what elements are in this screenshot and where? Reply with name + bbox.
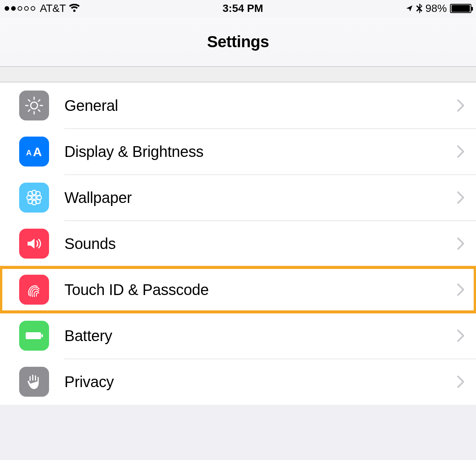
gear-icon (19, 91, 49, 120)
svg-text:A: A (26, 148, 31, 157)
battery-percent: 98% (425, 2, 447, 15)
speaker-icon (19, 229, 49, 259)
status-right: 98% (405, 2, 471, 15)
text-size-icon: AA (19, 137, 49, 167)
status-time: 3:54 PM (223, 2, 263, 15)
carrier-label: AT&T (40, 2, 66, 15)
section-spacer (0, 67, 476, 82)
settings-list: General AA Display & Brightness Wallpape… (0, 82, 476, 405)
svg-point-0 (31, 102, 38, 109)
chevron-right-icon (457, 145, 465, 158)
row-label: Battery (64, 327, 457, 345)
battery-icon (450, 4, 471, 13)
svg-text:A: A (33, 145, 42, 159)
status-bar: AT&T 3:54 PM 98% (0, 0, 476, 17)
row-label: Wallpaper (64, 189, 457, 206)
hand-icon (19, 367, 49, 397)
signal-strength-icon (5, 6, 35, 11)
wifi-icon (69, 4, 80, 13)
bluetooth-icon (416, 3, 422, 13)
row-sounds[interactable]: Sounds (0, 221, 476, 267)
svg-rect-13 (41, 334, 43, 337)
row-general[interactable]: General (0, 82, 476, 129)
row-label: Sounds (64, 235, 457, 252)
flower-icon (19, 183, 49, 213)
svg-point-3 (32, 196, 36, 199)
row-label: Privacy (64, 373, 457, 391)
location-icon (405, 5, 413, 12)
page-title: Settings (207, 33, 269, 51)
chevron-right-icon (457, 191, 465, 204)
chevron-right-icon (457, 99, 465, 112)
row-battery[interactable]: Battery (0, 313, 476, 359)
chevron-right-icon (457, 283, 465, 296)
fingerprint-icon (19, 275, 49, 305)
row-label: General (64, 97, 457, 114)
row-label: Display & Brightness (64, 143, 457, 160)
chevron-right-icon (457, 375, 465, 388)
status-left: AT&T (5, 2, 80, 15)
chevron-right-icon (457, 237, 465, 250)
nav-bar: Settings (0, 17, 476, 67)
row-wallpaper[interactable]: Wallpaper (0, 175, 476, 221)
row-label: Touch ID & Passcode (64, 281, 457, 298)
row-privacy[interactable]: Privacy (0, 359, 476, 405)
battery-tile-icon (19, 321, 49, 351)
chevron-right-icon (457, 329, 465, 342)
row-touch-id-passcode[interactable]: Touch ID & Passcode (0, 267, 476, 313)
row-display-brightness[interactable]: AA Display & Brightness (0, 129, 476, 175)
svg-rect-12 (26, 332, 41, 339)
